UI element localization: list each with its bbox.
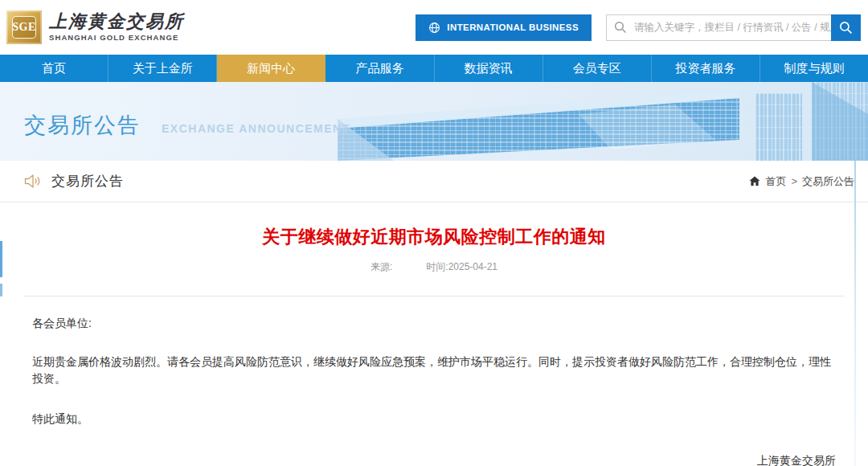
breadcrumb-bar: 交易所公告 首页 > 交易所公告 — [0, 161, 868, 202]
search-button-icon — [839, 21, 853, 35]
logo-monogram: SGE — [12, 21, 36, 34]
nav-item-home[interactable]: 首页 — [0, 55, 108, 82]
breadcrumb-separator: > — [791, 175, 797, 187]
nav-item-rules[interactable]: 制度与规则 — [760, 55, 868, 82]
nav-item-products[interactable]: 产品服务 — [326, 55, 434, 82]
international-business-label: INTERNATIONAL BUSINESS — [447, 22, 579, 32]
brand-name-cn: 上海黄金交易所 — [49, 13, 184, 31]
logo[interactable]: SGE 上海黄金交易所 SHANGHAI GOLD EXCHANGE — [6, 10, 184, 44]
breadcrumb: 首页 > 交易所公告 — [749, 174, 854, 189]
search-input[interactable] — [634, 15, 831, 40]
article-source-label: 来源: — [371, 261, 392, 272]
home-icon[interactable] — [749, 176, 760, 186]
left-edge-artifact — [0, 284, 2, 296]
article-title: 关于继续做好近期市场风险控制工作的通知 — [32, 225, 836, 249]
article-meta: 来源:时间:2025-04-21 — [32, 260, 836, 274]
breadcrumb-home[interactable]: 首页 — [765, 174, 786, 189]
search-button[interactable] — [831, 14, 861, 41]
banner-building-graphic — [338, 82, 868, 161]
search-icon — [607, 21, 634, 34]
nav-item-news-center[interactable]: 新闻中心 — [217, 55, 326, 82]
nav-item-data[interactable]: 数据资讯 — [435, 55, 543, 82]
nav-item-about[interactable]: 关于上金所 — [108, 55, 217, 82]
main-nav: 首页 关于上金所 新闻中心 产品服务 数据资讯 会员专区 投资者服务 制度与规则 — [0, 55, 868, 82]
article-signature: 上海黄金交易所 — [32, 452, 836, 466]
page: SGE 上海黄金交易所 SHANGHAI GOLD EXCHANGE INTER… — [0, 0, 868, 466]
section-title: 交易所公告 — [51, 172, 124, 190]
article-salutation: 各会员单位: — [32, 315, 836, 332]
brand-name-en: SHANGHAI GOLD EXCHANGE — [49, 33, 184, 42]
article-body: 近期贵金属价格波动剧烈。请各会员提高风险防范意识，继续做好风险应急预案，维护市场… — [32, 354, 836, 387]
section-banner: 交易所公告 EXCHANGE ANNOUNCEMENT — [0, 82, 868, 161]
breadcrumb-current: 交易所公告 — [802, 174, 854, 189]
banner-title-cn: 交易所公告 — [24, 111, 141, 140]
top-header: SGE 上海黄金交易所 SHANGHAI GOLD EXCHANGE INTER… — [0, 0, 868, 55]
nav-item-members[interactable]: 会员专区 — [543, 55, 652, 82]
article: 关于继续做好近期市场风险控制工作的通知 来源:时间:2025-04-21 各会员… — [0, 202, 868, 466]
international-business-button[interactable]: INTERNATIONAL BUSINESS — [416, 14, 592, 41]
nav-item-investor-services[interactable]: 投资者服务 — [652, 55, 760, 82]
search-box — [606, 14, 861, 41]
article-closing: 特此通知。 — [32, 411, 836, 427]
banner-title-en: EXCHANGE ANNOUNCEMENT — [162, 122, 350, 135]
sge-logo-icon: SGE — [6, 10, 42, 44]
left-edge-artifact — [0, 241, 2, 277]
article-divider — [24, 296, 844, 296]
article-time-value: 2025-04-21 — [448, 261, 497, 272]
article-time-label: 时间: — [426, 261, 448, 272]
globe-icon — [428, 22, 440, 34]
speaker-icon — [24, 174, 42, 189]
